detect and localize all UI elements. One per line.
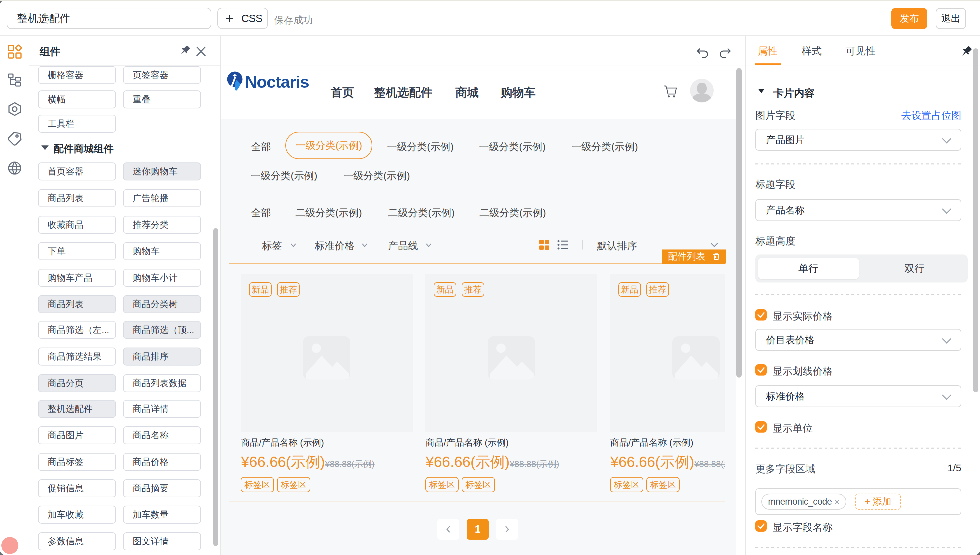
svg-text:CSS: CSS <box>241 12 262 24</box>
